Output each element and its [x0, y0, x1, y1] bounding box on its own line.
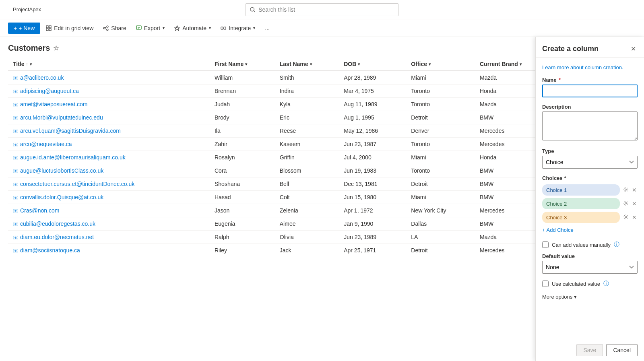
export-label: Export — [144, 25, 160, 31]
choice-1-settings-button[interactable] — [622, 186, 630, 194]
cell-firstname: Cora — [210, 164, 275, 177]
search-input[interactable] — [258, 6, 394, 13]
default-value-label: Default value — [542, 253, 638, 259]
cell-firstname: William — [210, 71, 275, 85]
more-options-button[interactable]: More options ▾ — [542, 292, 577, 301]
automate-icon — [174, 25, 180, 31]
cell-email[interactable]: diam.eu.dolor@necmetus.net — [8, 231, 210, 244]
can-add-manually-checkbox[interactable] — [542, 241, 549, 248]
edit-grid-view-button[interactable]: Edit in grid view — [42, 23, 97, 34]
cell-email[interactable]: a@aclibero.co.uk — [8, 71, 210, 85]
choice-3-remove-button[interactable]: ✕ — [631, 213, 638, 221]
app-name: ProjectApex — [6, 3, 47, 16]
use-calculated-label[interactable]: Use calculated value — [552, 281, 600, 287]
favorite-star-icon[interactable]: ☆ — [53, 44, 59, 52]
type-select[interactable]: Choice Text Number Yes/No Date — [542, 156, 638, 169]
choice-3-actions: ✕ — [622, 213, 638, 222]
cell-email[interactable]: augue.id.ante@liberomaurisaliquam.co.uk — [8, 151, 210, 164]
use-calculated-checkbox[interactable] — [542, 281, 549, 287]
automate-button[interactable]: Automate ▾ — [170, 23, 215, 34]
cell-lastname: Aimee — [275, 217, 339, 231]
cell-dob: Jun 15, 1980 — [339, 191, 406, 204]
col-header-title[interactable]: Title ↑ ▾ — [8, 58, 210, 71]
cell-dob: Dec 13, 1981 — [339, 177, 406, 191]
cell-dob: Aug 11, 1989 — [339, 98, 406, 111]
edit-grid-view-label: Edit in grid view — [54, 25, 93, 31]
description-textarea[interactable] — [542, 111, 638, 140]
automate-label: Automate — [182, 25, 206, 31]
choice-1-remove-button[interactable]: ✕ — [631, 186, 638, 194]
cell-dob: Jun 19, 1983 — [339, 164, 406, 177]
cell-email[interactable]: consectetuer.cursus.et@tinciduntDonec.co… — [8, 177, 210, 191]
col-header-lastname[interactable]: Last Name ▾ — [275, 58, 339, 71]
col-header-firstname[interactable]: First Name ▾ — [210, 58, 275, 71]
col-header-dob[interactable]: DOB ▾ — [339, 58, 406, 71]
col-office-chevron: ▾ — [429, 62, 431, 66]
cell-lastname: Jack — [275, 244, 339, 257]
add-choice-label: + Add Choice — [542, 227, 574, 233]
choice-badge-2[interactable]: Choice 2 — [542, 198, 620, 209]
cell-email[interactable]: arcu.vel.quam@sagittisDuisgravida.com — [8, 124, 210, 138]
can-add-manually-row: Can add values manually ⓘ — [542, 241, 638, 248]
cell-office: Miami — [406, 151, 475, 164]
save-button[interactable]: Save — [576, 344, 603, 356]
share-button[interactable]: Share — [99, 23, 130, 34]
top-bar: ProjectApex — [0, 0, 644, 19]
add-choice-button[interactable]: + Add Choice — [542, 225, 574, 235]
list-title: Customers — [8, 43, 50, 53]
learn-more-link[interactable]: Learn more about column creation. — [542, 64, 638, 70]
cell-email[interactable]: diam@sociisnatoque.ca — [8, 244, 210, 257]
cell-firstname: Ila — [210, 124, 275, 138]
cell-dob: May 12, 1986 — [339, 124, 406, 138]
choice-3-settings-button[interactable] — [622, 213, 630, 222]
col-header-office[interactable]: Office ▾ — [406, 58, 475, 71]
choice-2-settings-button[interactable] — [622, 200, 630, 208]
cell-email[interactable]: augue@luctuslobortisClass.co.uk — [8, 164, 210, 177]
choice-item-2: Choice 2 ✕ — [542, 198, 638, 209]
cell-email[interactable]: arcu.Morbi@vulputateduinec.edu — [8, 111, 210, 124]
name-input[interactable] — [542, 85, 638, 97]
settings-icon — [623, 200, 629, 206]
name-label: Name * — [542, 77, 638, 83]
cell-email[interactable]: amet@vitaeposuereat.com — [8, 98, 210, 111]
cell-office: Toronto — [406, 85, 475, 98]
new-button[interactable]: + + New — [8, 23, 40, 34]
cell-lastname: Reese — [275, 124, 339, 138]
panel-title: Create a column — [542, 45, 599, 53]
choices-section: Choices * Choice 1 ✕ — [542, 175, 638, 235]
cell-email[interactable]: adipiscing@augueut.ca — [8, 85, 210, 98]
choice-badge-3[interactable]: Choice 3 — [542, 212, 620, 223]
integrate-button[interactable]: Integrate ▾ — [217, 23, 259, 34]
more-toolbar-button[interactable]: ... — [261, 23, 274, 34]
more-options-label: More options — [542, 294, 572, 300]
panel-close-button[interactable]: ✕ — [629, 43, 638, 54]
cell-firstname: Shoshana — [210, 177, 275, 191]
cell-email[interactable]: arcu@nequevitae.ca — [8, 138, 210, 151]
cell-email[interactable]: cubilia@eudoloregestas.co.uk — [8, 217, 210, 231]
cell-dob: Jun 23, 1989 — [339, 231, 406, 244]
cell-lastname: Indira — [275, 85, 339, 98]
cell-email[interactable]: Cras@non.com — [8, 204, 210, 217]
svg-rect-14 — [221, 27, 223, 29]
choices-label: Choices * — [542, 175, 638, 181]
cell-office: Miami — [406, 71, 475, 85]
cell-dob: Mar 4, 1975 — [339, 85, 406, 98]
cell-lastname: Smith — [275, 71, 339, 85]
svg-rect-5 — [49, 29, 51, 31]
choice-2-remove-button[interactable]: ✕ — [631, 200, 638, 208]
search-bar[interactable] — [246, 3, 398, 16]
panel-header: Create a column ✕ — [536, 37, 644, 58]
default-value-select[interactable]: None — [542, 261, 638, 274]
cancel-button[interactable]: Cancel — [606, 344, 638, 356]
col-lastname-chevron: ▾ — [310, 62, 312, 66]
can-add-manually-info-icon[interactable]: ⓘ — [614, 241, 619, 248]
choice-badge-1[interactable]: Choice 1 — [542, 184, 620, 196]
can-add-manually-label[interactable]: Can add values manually — [552, 242, 611, 248]
cell-email[interactable]: convallis.dolor.Quisque@at.co.uk — [8, 191, 210, 204]
col-firstname-chevron: ▾ — [245, 62, 247, 66]
export-button[interactable]: Export ▾ — [132, 23, 169, 34]
cell-firstname: Judah — [210, 98, 275, 111]
cell-firstname: Brody — [210, 111, 275, 124]
use-calculated-info-icon[interactable]: ⓘ — [603, 280, 609, 287]
description-label: Description — [542, 104, 638, 110]
